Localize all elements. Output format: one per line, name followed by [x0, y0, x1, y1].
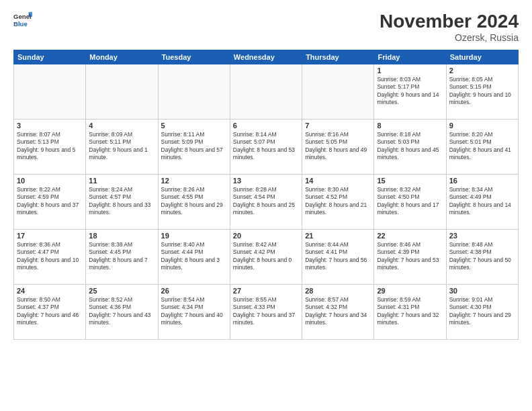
day-number: 14 [305, 177, 371, 185]
table-row: 26Sunrise: 8:54 AM Sunset: 4:34 PM Dayli… [158, 285, 230, 340]
day-info: Sunrise: 8:20 AM Sunset: 5:01 PM Dayligh… [449, 131, 515, 162]
table-row [86, 64, 158, 120]
day-info: Sunrise: 8:57 AM Sunset: 4:32 PM Dayligh… [305, 296, 371, 327]
calendar-week-3: 17Sunrise: 8:36 AM Sunset: 4:47 PM Dayli… [14, 230, 519, 285]
day-number: 15 [377, 177, 443, 185]
day-number: 18 [89, 232, 154, 240]
table-row: 27Sunrise: 8:55 AM Sunset: 4:33 PM Dayli… [230, 285, 302, 340]
table-row [14, 64, 86, 120]
day-info: Sunrise: 8:50 AM Sunset: 4:37 PM Dayligh… [17, 296, 83, 327]
day-info: Sunrise: 8:44 AM Sunset: 4:41 PM Dayligh… [305, 241, 371, 272]
day-number: 9 [449, 122, 515, 130]
day-number: 6 [233, 122, 299, 130]
day-number: 24 [17, 287, 83, 295]
day-number: 3 [17, 122, 83, 130]
day-info: Sunrise: 8:09 AM Sunset: 5:11 PM Dayligh… [89, 131, 154, 162]
col-friday: Friday [374, 50, 446, 64]
table-row: 24Sunrise: 8:50 AM Sunset: 4:37 PM Dayli… [14, 285, 86, 340]
day-number: 4 [89, 122, 154, 130]
table-row: 6Sunrise: 8:14 AM Sunset: 5:07 PM Daylig… [230, 120, 302, 175]
logo-icon: General Blue [13, 11, 32, 30]
calendar-week-0: 1Sunrise: 8:03 AM Sunset: 5:17 PM Daylig… [14, 64, 519, 120]
day-number: 21 [305, 232, 371, 240]
day-info: Sunrise: 8:34 AM Sunset: 4:49 PM Dayligh… [449, 186, 515, 217]
day-number: 28 [305, 287, 371, 295]
table-row: 9Sunrise: 8:20 AM Sunset: 5:01 PM Daylig… [446, 120, 518, 175]
table-row: 18Sunrise: 8:38 AM Sunset: 4:45 PM Dayli… [86, 230, 158, 285]
day-info: Sunrise: 8:59 AM Sunset: 4:31 PM Dayligh… [377, 296, 443, 327]
calendar-week-2: 10Sunrise: 8:22 AM Sunset: 4:59 PM Dayli… [14, 175, 519, 230]
day-info: Sunrise: 8:32 AM Sunset: 4:50 PM Dayligh… [377, 186, 443, 217]
day-info: Sunrise: 8:54 AM Sunset: 4:34 PM Dayligh… [161, 296, 227, 327]
calendar-table: Sunday Monday Tuesday Wednesday Thursday… [13, 50, 519, 340]
col-monday: Monday [86, 50, 158, 64]
logo: General Blue [13, 11, 32, 30]
calendar-header-row: Sunday Monday Tuesday Wednesday Thursday… [14, 50, 519, 64]
day-number: 7 [305, 122, 371, 130]
table-row: 20Sunrise: 8:42 AM Sunset: 4:42 PM Dayli… [230, 230, 302, 285]
table-row [230, 64, 302, 120]
calendar-week-4: 24Sunrise: 8:50 AM Sunset: 4:37 PM Dayli… [14, 285, 519, 340]
table-row: 16Sunrise: 8:34 AM Sunset: 4:49 PM Dayli… [446, 175, 518, 230]
day-number: 11 [89, 177, 154, 185]
table-row: 11Sunrise: 8:24 AM Sunset: 4:57 PM Dayli… [86, 175, 158, 230]
table-row: 22Sunrise: 8:46 AM Sunset: 4:39 PM Dayli… [374, 230, 446, 285]
day-info: Sunrise: 8:11 AM Sunset: 5:09 PM Dayligh… [161, 131, 227, 162]
day-number: 27 [233, 287, 299, 295]
table-row: 14Sunrise: 8:30 AM Sunset: 4:52 PM Dayli… [302, 175, 374, 230]
table-row: 15Sunrise: 8:32 AM Sunset: 4:50 PM Dayli… [374, 175, 446, 230]
day-info: Sunrise: 8:40 AM Sunset: 4:44 PM Dayligh… [161, 241, 227, 272]
day-number: 19 [161, 232, 227, 240]
day-number: 25 [89, 287, 154, 295]
day-number: 20 [233, 232, 299, 240]
day-info: Sunrise: 8:36 AM Sunset: 4:47 PM Dayligh… [17, 241, 83, 272]
day-info: Sunrise: 8:30 AM Sunset: 4:52 PM Dayligh… [305, 186, 371, 217]
day-info: Sunrise: 8:52 AM Sunset: 4:36 PM Dayligh… [89, 296, 154, 327]
day-number: 26 [161, 287, 227, 295]
table-row: 29Sunrise: 8:59 AM Sunset: 4:31 PM Dayli… [374, 285, 446, 340]
table-row: 25Sunrise: 8:52 AM Sunset: 4:36 PM Dayli… [86, 285, 158, 340]
day-info: Sunrise: 8:55 AM Sunset: 4:33 PM Dayligh… [233, 296, 299, 327]
col-sunday: Sunday [14, 50, 86, 64]
table-row [158, 64, 230, 120]
day-info: Sunrise: 8:24 AM Sunset: 4:57 PM Dayligh… [89, 186, 154, 217]
day-info: Sunrise: 9:01 AM Sunset: 4:30 PM Dayligh… [449, 296, 515, 327]
day-info: Sunrise: 8:03 AM Sunset: 5:17 PM Dayligh… [377, 76, 443, 107]
day-number: 16 [449, 177, 515, 185]
col-wednesday: Wednesday [230, 50, 302, 64]
day-info: Sunrise: 8:26 AM Sunset: 4:55 PM Dayligh… [161, 186, 227, 217]
title-block: November 2024 Ozersk, Russia [380, 11, 519, 43]
day-number: 1 [377, 66, 443, 75]
day-info: Sunrise: 8:05 AM Sunset: 5:15 PM Dayligh… [449, 76, 515, 107]
day-number: 29 [377, 287, 443, 295]
table-row: 21Sunrise: 8:44 AM Sunset: 4:41 PM Dayli… [302, 230, 374, 285]
day-info: Sunrise: 8:38 AM Sunset: 4:45 PM Dayligh… [89, 241, 154, 272]
day-number: 2 [449, 66, 515, 75]
day-number: 10 [17, 177, 83, 185]
table-row: 1Sunrise: 8:03 AM Sunset: 5:17 PM Daylig… [374, 64, 446, 120]
day-info: Sunrise: 8:14 AM Sunset: 5:07 PM Dayligh… [233, 131, 299, 162]
day-number: 22 [377, 232, 443, 240]
day-number: 8 [377, 122, 443, 130]
col-tuesday: Tuesday [158, 50, 230, 64]
table-row: 17Sunrise: 8:36 AM Sunset: 4:47 PM Dayli… [14, 230, 86, 285]
table-row: 23Sunrise: 8:48 AM Sunset: 4:38 PM Dayli… [446, 230, 518, 285]
calendar-week-1: 3Sunrise: 8:07 AM Sunset: 5:13 PM Daylig… [14, 120, 519, 175]
day-info: Sunrise: 8:42 AM Sunset: 4:42 PM Dayligh… [233, 241, 299, 272]
day-info: Sunrise: 8:48 AM Sunset: 4:38 PM Dayligh… [449, 241, 515, 272]
main-title: November 2024 [380, 11, 519, 32]
table-row: 10Sunrise: 8:22 AM Sunset: 4:59 PM Dayli… [14, 175, 86, 230]
svg-text:Blue: Blue [13, 20, 28, 28]
day-info: Sunrise: 8:16 AM Sunset: 5:05 PM Dayligh… [305, 131, 371, 162]
day-number: 30 [449, 287, 515, 295]
table-row: 2Sunrise: 8:05 AM Sunset: 5:15 PM Daylig… [446, 64, 518, 120]
subtitle: Ozersk, Russia [380, 32, 519, 43]
table-row: 12Sunrise: 8:26 AM Sunset: 4:55 PM Dayli… [158, 175, 230, 230]
table-row [302, 64, 374, 120]
table-row: 28Sunrise: 8:57 AM Sunset: 4:32 PM Dayli… [302, 285, 374, 340]
day-info: Sunrise: 8:22 AM Sunset: 4:59 PM Dayligh… [17, 186, 83, 217]
table-row: 30Sunrise: 9:01 AM Sunset: 4:30 PM Dayli… [446, 285, 518, 340]
header: General Blue November 2024 Ozersk, Russi… [13, 11, 519, 43]
col-thursday: Thursday [302, 50, 374, 64]
day-info: Sunrise: 8:07 AM Sunset: 5:13 PM Dayligh… [17, 131, 83, 162]
